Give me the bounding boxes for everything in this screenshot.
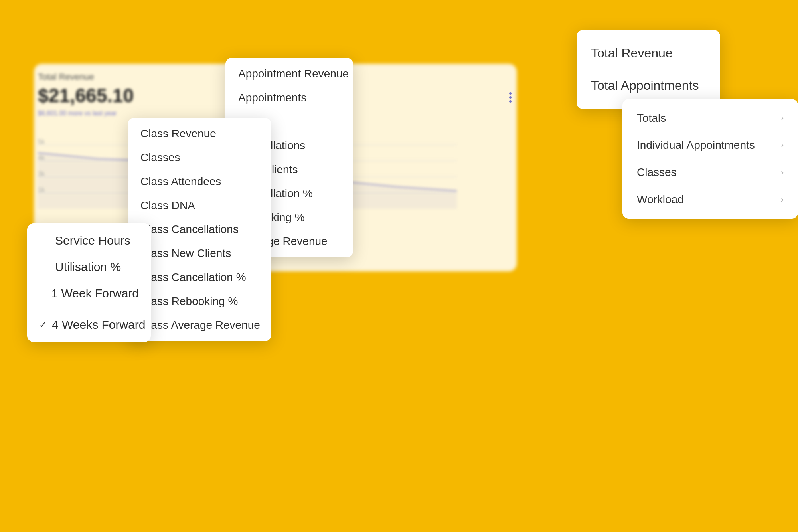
vertical-dots-icon [509, 92, 512, 103]
service-hours-dropdown: Service Hours Utilisation % 1 Week Forwa… [27, 223, 151, 342]
category-dropdown: Totals › Individual Appointments › Class… [622, 99, 798, 219]
dropdown-item-total-appointments[interactable]: Total Appointments [577, 69, 720, 102]
dropdown-item-class-revenue[interactable]: Class Revenue [128, 122, 271, 146]
dropdown-item-class-dna[interactable]: Class DNA [128, 194, 271, 218]
dropdown-item-4-weeks-forward[interactable]: ✓ 4 Weeks Forward [27, 312, 151, 338]
dropdown-item-individual-appointments[interactable]: Individual Appointments › [622, 132, 798, 159]
checkmark-icon [39, 235, 50, 246]
chevron-right-icon: › [781, 140, 784, 150]
dropdown-item-appointments[interactable]: Appointments [225, 86, 353, 110]
dropdown-item-appointment-revenue[interactable]: Appointment Revenue [225, 62, 353, 86]
dropdown-item-classes[interactable]: Classes [128, 146, 271, 170]
dropdown-item-total-revenue[interactable]: Total Revenue [577, 37, 720, 69]
dropdown-item-totals[interactable]: Totals › [622, 105, 798, 132]
revenue-type-dropdown: Total Revenue Total Appointments [577, 30, 720, 109]
dropdown-item-1-week-forward[interactable]: 1 Week Forward [27, 280, 151, 307]
dropdown-item-utilisation-pct[interactable]: Utilisation % [27, 254, 151, 280]
chevron-right-icon: › [781, 194, 784, 205]
chevron-right-icon: › [781, 113, 784, 123]
three-dots-button[interactable] [501, 88, 520, 107]
chevron-right-icon: › [781, 167, 784, 178]
menu-separator [35, 309, 143, 309]
checkmark-icon [39, 288, 46, 299]
checkmark-icon [39, 261, 50, 273]
dropdown-item-service-hours[interactable]: Service Hours [27, 227, 151, 254]
dropdown-item-classes[interactable]: Classes › [622, 159, 798, 186]
dropdown-item-workload[interactable]: Workload › [622, 186, 798, 213]
dropdown-item-class-attendees[interactable]: Class Attendees [128, 170, 271, 194]
check-selected-icon: ✓ [39, 319, 47, 330]
